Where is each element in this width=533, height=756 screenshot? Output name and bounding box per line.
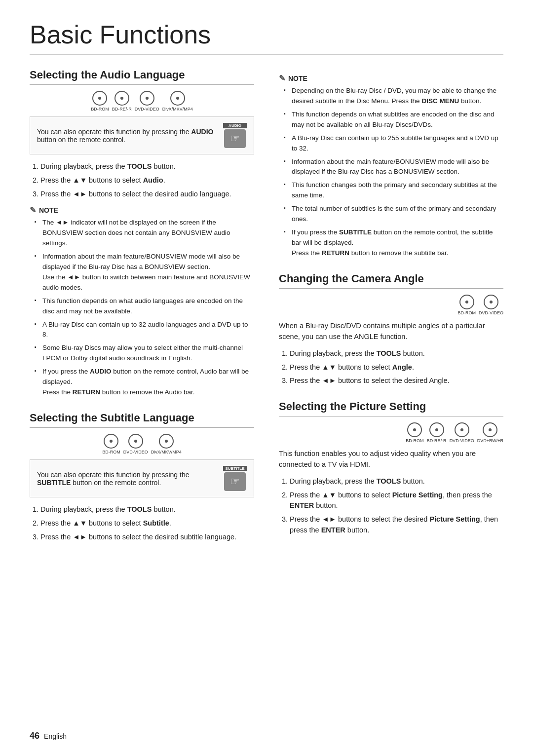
camera-step-1: During playback, press the TOOLS button. — [290, 348, 503, 359]
audio-note-item-6: If you press the AUDIO button on the rem… — [35, 367, 254, 398]
subtitle-note-icon: ✎ — [279, 74, 285, 83]
section-picture-setting-title: Selecting the Picture Setting — [279, 400, 503, 416]
camera-disc-icon-bdrom: BD-ROM — [457, 295, 476, 315]
audio-step-1: During playback, press the TOOLS button. — [40, 161, 254, 172]
subtitle-steps: During playback, press the TOOLS button.… — [40, 504, 254, 542]
audio-note-header: ✎ NOTE — [30, 205, 254, 215]
picture-disc-icon-bdrer: BD-RE/-R — [427, 422, 447, 443]
picture-disc-icon-bdrom: BD-ROM — [406, 422, 424, 443]
subtitle-step-3: Press the ◄► buttons to select the desir… — [40, 532, 254, 543]
camera-disc-icons: BD-ROM DVD-VIDEO — [279, 295, 503, 315]
picture-disc-icon-dvdvideo: DVD-VIDEO — [450, 422, 474, 443]
subtitle-disc-icon-dvdvideo: DVD-VIDEO — [123, 434, 148, 454]
audio-note-item-3: This function depends on what audio lang… — [35, 296, 254, 317]
section-subtitle-language-title: Selecting the Subtitle Language — [30, 412, 254, 428]
audio-note-item-4: A Blu-ray Disc can contain up to 32 audi… — [35, 320, 254, 340]
disc-icon-bdrom: BD-ROM — [91, 91, 109, 112]
subtitle-note-header: ✎ NOTE — [279, 74, 503, 83]
subtitle-disc-icons: BD-ROM DVD-VIDEO DivX/MKV/MP4 — [30, 434, 254, 454]
subtitle-disc-icon-divx: DivX/MKV/MP4 — [151, 434, 182, 454]
audio-steps: During playback, press the TOOLS button.… — [40, 161, 254, 199]
subtitle-remote-button: SUBTITLE ☞ — [223, 466, 247, 491]
subtitle-info-text: You can also operate this function by pr… — [37, 471, 216, 487]
page-lang: English — [44, 732, 67, 740]
subtitle-step-2: Press the ▲▼ buttons to select Subtitle. — [40, 518, 254, 529]
disc-icon-divx: DivX/MKV/MP4 — [162, 91, 193, 112]
subtitle-note: ✎ NOTE Depending on the Blu-ray Disc / D… — [279, 74, 503, 259]
audio-info-text: You can also operate this function by pr… — [37, 128, 216, 144]
picture-step-2: Press the ▲▼ buttons to select Picture S… — [290, 490, 503, 512]
camera-disc-icon-dvdvideo: DVD-VIDEO — [479, 295, 503, 315]
note-icon: ✎ — [30, 205, 36, 215]
section-audio-language: Selecting the Audio Language BD-ROM BD-R… — [30, 69, 254, 398]
subtitle-note-item-7: If you press the SUBTITLE button on the … — [284, 227, 503, 259]
camera-step-3: Press the ◄► buttons to select the desir… — [290, 376, 503, 386]
picture-intro: This function enables you to adjust vide… — [279, 448, 503, 470]
audio-note-item-1: The ◄► indicator will not be displayed o… — [35, 218, 254, 249]
section-camera-angle-title: Changing the Camera Angle — [279, 272, 503, 289]
page-number: 46 English — [30, 731, 67, 741]
subtitle-note-label: NOTE — [288, 75, 307, 82]
section-camera-angle: Changing the Camera Angle BD-ROM DVD-VID… — [279, 272, 503, 386]
subtitle-note-item-2: This function depends on what subtitles … — [284, 110, 503, 130]
audio-note-item-5: Some Blu-ray Discs may allow you to sele… — [35, 343, 254, 364]
audio-info-box: You can also operate this function by pr… — [30, 116, 254, 154]
subtitle-note-item-3: A Blu-ray Disc can contain up to 255 sub… — [284, 133, 503, 154]
subtitle-note-item-6: The total number of subtitles is the sum… — [284, 204, 503, 225]
subtitle-disc-icon-bdrom: BD-ROM — [102, 434, 120, 454]
camera-intro: When a Blu-ray Disc/DVD contains multipl… — [279, 320, 503, 342]
audio-disc-icons: BD-ROM BD-RE/-R DVD-VIDEO DivX/MKV/MP4 — [30, 91, 254, 112]
subtitle-note-item-5: This function changes both the primary a… — [284, 180, 503, 201]
audio-step-2: Press the ▲▼ buttons to select Audio. — [40, 175, 254, 186]
page-number-value: 46 — [30, 731, 39, 741]
section-subtitle-note: ✎ NOTE Depending on the Blu-ray Disc / D… — [279, 74, 503, 259]
audio-note-label: NOTE — [39, 206, 58, 214]
section-picture-setting: Selecting the Picture Setting BD-ROM BD-… — [279, 400, 503, 536]
subtitle-info-box: You can also operate this function by pr… — [30, 459, 254, 497]
subtitle-note-list: Depending on the Blu-ray Disc / DVD, you… — [284, 86, 503, 259]
audio-remote-button: AUDIO ☞ — [223, 123, 247, 148]
picture-disc-icon-dvdplusrw: DVD+RW/+R — [477, 422, 503, 443]
picture-step-1: During playback, press the TOOLS button. — [290, 476, 503, 487]
section-subtitle-language: Selecting the Subtitle Language BD-ROM D… — [30, 412, 254, 542]
subtitle-note-item-4: Information about the main feature/BONUS… — [284, 157, 503, 178]
picture-steps: During playback, press the TOOLS button.… — [290, 476, 503, 536]
camera-steps: During playback, press the TOOLS button.… — [290, 348, 503, 386]
picture-disc-icons: BD-ROM BD-RE/-R DVD-VIDEO DVD+RW/+R — [279, 422, 503, 443]
subtitle-note-item-1: Depending on the Blu-ray Disc / DVD, you… — [284, 86, 503, 107]
disc-icon-dvdvideo: DVD-VIDEO — [135, 91, 159, 112]
audio-note-item-2: Information about the main feature/BONUS… — [35, 252, 254, 293]
camera-step-2: Press the ▲▼ buttons to select Angle. — [290, 362, 503, 373]
section-audio-language-title: Selecting the Audio Language — [30, 69, 254, 85]
page-title: Basic Functions — [30, 20, 503, 55]
picture-step-3: Press the ◄► buttons to select the desir… — [290, 514, 503, 536]
audio-note-list: The ◄► indicator will not be displayed o… — [35, 218, 254, 398]
audio-note: ✎ NOTE The ◄► indicator will not be disp… — [30, 205, 254, 398]
subtitle-step-1: During playback, press the TOOLS button. — [40, 504, 254, 515]
disc-icon-bdrer: BD-RE/-R — [112, 91, 132, 112]
audio-step-3: Press the ◄► buttons to select the desir… — [40, 189, 254, 200]
